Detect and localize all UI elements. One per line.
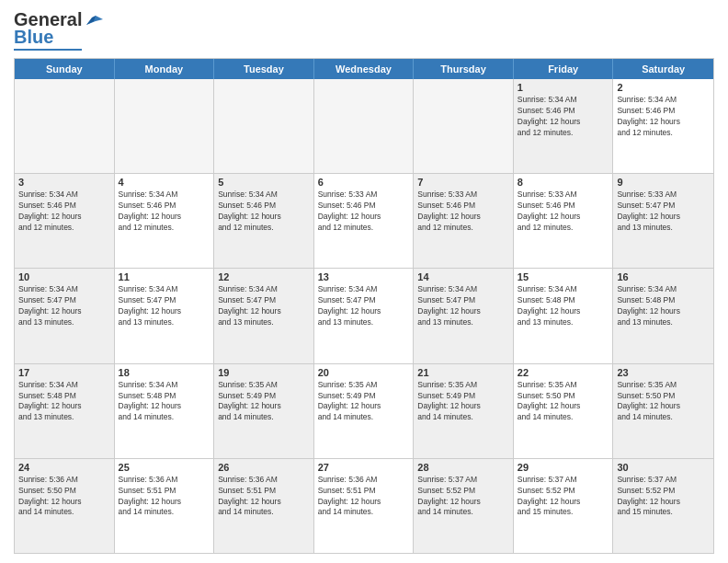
day-info: Sunrise: 5:35 AM Sunset: 5:49 PM Dayligh… [417, 380, 509, 424]
day-info: Sunrise: 5:35 AM Sunset: 5:50 PM Dayligh… [518, 380, 609, 424]
calendar-cell-15: 15Sunrise: 5:34 AM Sunset: 5:48 PM Dayli… [514, 269, 614, 362]
calendar-cell-empty-0-3 [314, 79, 415, 173]
day-info: Sunrise: 5:34 AM Sunset: 5:46 PM Dayligh… [518, 95, 609, 139]
day-number: 7 [417, 177, 509, 188]
day-number: 20 [318, 367, 410, 378]
day-number: 4 [119, 177, 210, 188]
calendar-cell-7: 7Sunrise: 5:33 AM Sunset: 5:46 PM Daylig… [414, 174, 514, 268]
weekday-header-saturday: Saturday [613, 59, 713, 79]
day-info: Sunrise: 5:34 AM Sunset: 5:47 PM Dayligh… [417, 284, 509, 328]
day-info: Sunrise: 5:34 AM Sunset: 5:47 PM Dayligh… [18, 284, 110, 328]
calendar-cell-30: 30Sunrise: 5:37 AM Sunset: 5:52 PM Dayli… [613, 459, 713, 553]
day-info: Sunrise: 5:34 AM Sunset: 5:46 PM Dayligh… [617, 95, 710, 139]
day-info: Sunrise: 5:34 AM Sunset: 5:48 PM Dayligh… [18, 380, 110, 424]
calendar-cell-27: 27Sunrise: 5:36 AM Sunset: 5:51 PM Dayli… [314, 459, 415, 553]
logo-blue: Blue [14, 27, 53, 48]
calendar-row-3: 17Sunrise: 5:34 AM Sunset: 5:48 PM Dayli… [15, 363, 713, 458]
calendar-body: 1Sunrise: 5:34 AM Sunset: 5:46 PM Daylig… [15, 79, 713, 553]
day-number: 28 [417, 462, 509, 473]
logo-underline [14, 49, 82, 51]
day-info: Sunrise: 5:34 AM Sunset: 5:48 PM Dayligh… [518, 284, 609, 328]
calendar-cell-10: 10Sunrise: 5:34 AM Sunset: 5:47 PM Dayli… [15, 269, 115, 362]
day-number: 26 [218, 462, 310, 473]
day-info: Sunrise: 5:36 AM Sunset: 5:50 PM Dayligh… [18, 475, 110, 519]
day-info: Sunrise: 5:34 AM Sunset: 5:47 PM Dayligh… [218, 284, 310, 328]
calendar-cell-empty-0-1 [115, 79, 215, 173]
calendar-cell-14: 14Sunrise: 5:34 AM Sunset: 5:47 PM Dayli… [414, 269, 514, 362]
day-info: Sunrise: 5:35 AM Sunset: 5:50 PM Dayligh… [617, 380, 710, 424]
calendar-cell-2: 2Sunrise: 5:34 AM Sunset: 5:46 PM Daylig… [613, 79, 713, 173]
day-number: 17 [18, 367, 110, 378]
day-number: 14 [417, 271, 509, 282]
day-number: 3 [18, 177, 110, 188]
day-info: Sunrise: 5:34 AM Sunset: 5:46 PM Dayligh… [119, 190, 210, 234]
calendar-cell-12: 12Sunrise: 5:34 AM Sunset: 5:47 PM Dayli… [214, 269, 314, 362]
logo: General Blue [14, 9, 103, 51]
day-info: Sunrise: 5:34 AM Sunset: 5:46 PM Dayligh… [218, 190, 310, 234]
weekday-header-monday: Monday [115, 59, 215, 79]
day-number: 1 [518, 82, 609, 93]
day-number: 10 [18, 271, 110, 282]
day-info: Sunrise: 5:35 AM Sunset: 5:49 PM Dayligh… [318, 380, 410, 424]
day-info: Sunrise: 5:33 AM Sunset: 5:46 PM Dayligh… [318, 190, 410, 234]
day-number: 18 [119, 367, 210, 378]
calendar-cell-22: 22Sunrise: 5:35 AM Sunset: 5:50 PM Dayli… [514, 364, 614, 458]
calendar-row-4: 24Sunrise: 5:36 AM Sunset: 5:50 PM Dayli… [15, 458, 713, 553]
calendar-cell-9: 9Sunrise: 5:33 AM Sunset: 5:47 PM Daylig… [613, 174, 713, 268]
day-number: 27 [318, 462, 410, 473]
day-info: Sunrise: 5:37 AM Sunset: 5:52 PM Dayligh… [417, 475, 509, 519]
day-number: 2 [617, 82, 710, 93]
calendar-row-2: 10Sunrise: 5:34 AM Sunset: 5:47 PM Dayli… [15, 268, 713, 362]
weekday-header-thursday: Thursday [414, 59, 514, 79]
day-number: 15 [518, 271, 609, 282]
calendar-row-0: 1Sunrise: 5:34 AM Sunset: 5:46 PM Daylig… [15, 79, 713, 173]
calendar-cell-5: 5Sunrise: 5:34 AM Sunset: 5:46 PM Daylig… [214, 174, 314, 268]
day-info: Sunrise: 5:36 AM Sunset: 5:51 PM Dayligh… [119, 475, 210, 519]
calendar-header: SundayMondayTuesdayWednesdayThursdayFrid… [15, 59, 713, 79]
calendar-cell-25: 25Sunrise: 5:36 AM Sunset: 5:51 PM Dayli… [115, 459, 215, 553]
day-number: 24 [18, 462, 110, 473]
day-info: Sunrise: 5:33 AM Sunset: 5:46 PM Dayligh… [518, 190, 609, 234]
day-number: 19 [218, 367, 310, 378]
day-number: 12 [218, 271, 310, 282]
calendar-cell-23: 23Sunrise: 5:35 AM Sunset: 5:50 PM Dayli… [613, 364, 713, 458]
day-number: 30 [617, 462, 710, 473]
calendar-cell-8: 8Sunrise: 5:33 AM Sunset: 5:46 PM Daylig… [514, 174, 614, 268]
day-info: Sunrise: 5:34 AM Sunset: 5:48 PM Dayligh… [617, 284, 710, 328]
calendar-cell-28: 28Sunrise: 5:37 AM Sunset: 5:52 PM Dayli… [414, 459, 514, 553]
logo-bird-icon [83, 12, 103, 29]
day-number: 8 [518, 177, 609, 188]
day-number: 21 [417, 367, 509, 378]
calendar-cell-6: 6Sunrise: 5:33 AM Sunset: 5:46 PM Daylig… [314, 174, 415, 268]
day-info: Sunrise: 5:35 AM Sunset: 5:49 PM Dayligh… [218, 380, 310, 424]
calendar-cell-20: 20Sunrise: 5:35 AM Sunset: 5:49 PM Dayli… [314, 364, 415, 458]
calendar-cell-empty-0-0 [15, 79, 115, 173]
calendar-cell-17: 17Sunrise: 5:34 AM Sunset: 5:48 PM Dayli… [15, 364, 115, 458]
day-info: Sunrise: 5:33 AM Sunset: 5:47 PM Dayligh… [617, 190, 710, 234]
day-info: Sunrise: 5:36 AM Sunset: 5:51 PM Dayligh… [318, 475, 410, 519]
day-number: 9 [617, 177, 710, 188]
day-info: Sunrise: 5:36 AM Sunset: 5:51 PM Dayligh… [218, 475, 310, 519]
day-number: 16 [617, 271, 710, 282]
page-header: General Blue [14, 9, 714, 51]
day-info: Sunrise: 5:34 AM Sunset: 5:47 PM Dayligh… [119, 284, 210, 328]
calendar-cell-13: 13Sunrise: 5:34 AM Sunset: 5:47 PM Dayli… [314, 269, 415, 362]
weekday-header-wednesday: Wednesday [314, 59, 415, 79]
day-info: Sunrise: 5:33 AM Sunset: 5:46 PM Dayligh… [417, 190, 509, 234]
calendar-cell-empty-0-4 [414, 79, 514, 173]
day-info: Sunrise: 5:37 AM Sunset: 5:52 PM Dayligh… [518, 475, 609, 519]
day-number: 22 [518, 367, 609, 378]
calendar-cell-4: 4Sunrise: 5:34 AM Sunset: 5:46 PM Daylig… [115, 174, 215, 268]
day-info: Sunrise: 5:34 AM Sunset: 5:47 PM Dayligh… [318, 284, 410, 328]
calendar-cell-26: 26Sunrise: 5:36 AM Sunset: 5:51 PM Dayli… [214, 459, 314, 553]
day-number: 29 [518, 462, 609, 473]
calendar-cell-21: 21Sunrise: 5:35 AM Sunset: 5:49 PM Dayli… [414, 364, 514, 458]
day-number: 23 [617, 367, 710, 378]
calendar: SundayMondayTuesdayWednesdayThursdayFrid… [14, 58, 714, 554]
day-info: Sunrise: 5:34 AM Sunset: 5:48 PM Dayligh… [119, 380, 210, 424]
day-info: Sunrise: 5:34 AM Sunset: 5:46 PM Dayligh… [18, 190, 110, 234]
calendar-cell-16: 16Sunrise: 5:34 AM Sunset: 5:48 PM Dayli… [613, 269, 713, 362]
day-number: 11 [119, 271, 210, 282]
weekday-header-tuesday: Tuesday [214, 59, 314, 79]
weekday-header-friday: Friday [514, 59, 614, 79]
